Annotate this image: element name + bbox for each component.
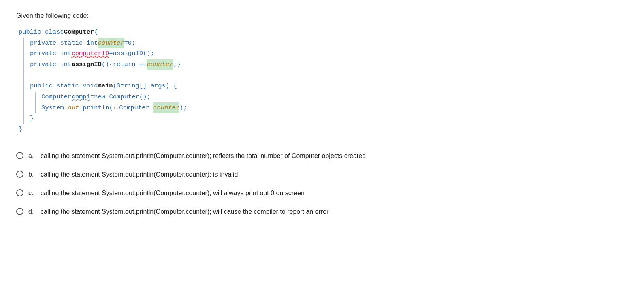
option-c: c. calling the statement System.out.prin… xyxy=(16,188,628,198)
type-computer: Computer xyxy=(41,92,71,102)
option-d: d. calling the statement System.out.prin… xyxy=(16,207,628,217)
method-main: main xyxy=(98,81,113,92)
var-counter-3: counter xyxy=(153,102,179,113)
label-c: c. xyxy=(28,188,36,198)
open-brace-1: { xyxy=(94,27,98,38)
close-paren-stmt: ); xyxy=(179,102,187,113)
assign-method: =assignID(); xyxy=(109,48,154,59)
code-line-5 xyxy=(30,70,628,81)
code-line-10: } xyxy=(19,124,628,135)
text-c: calling the statement System.out.println… xyxy=(41,188,628,198)
var-comp1: comp1 xyxy=(71,92,90,102)
code-line-6: public static void main(String[] args) { xyxy=(30,81,628,92)
text-b: calling the statement System.out.println… xyxy=(41,170,628,179)
method-body-end: ;} xyxy=(173,59,181,70)
method-body-start: (){return ++ xyxy=(102,59,147,70)
kw-public: public class xyxy=(19,27,64,38)
out-italic: out xyxy=(68,102,79,113)
kw-private-int-2: private int xyxy=(30,59,71,70)
var-counter-2: counter xyxy=(147,59,173,70)
method-assignID: assignID xyxy=(71,59,101,70)
main-body: Computer comp1=new Computer(); System.ou… xyxy=(35,92,628,113)
var-counter-1: counter xyxy=(98,38,124,49)
system-out: System. xyxy=(41,102,68,113)
class-name: Computer xyxy=(64,27,94,38)
code-block: public class Computer { private static i… xyxy=(16,27,628,135)
option-a: a. calling the statement System.out.prin… xyxy=(16,151,628,161)
radio-b[interactable] xyxy=(16,171,23,178)
close-main: } xyxy=(30,113,34,124)
label-d: d. xyxy=(28,207,36,217)
option-b: b. calling the statement System.out.prin… xyxy=(16,170,628,179)
radio-a[interactable] xyxy=(16,152,23,159)
text-a: calling the statement System.out.println… xyxy=(41,151,628,161)
code-line-2: private static int counter=0; xyxy=(30,38,628,49)
var-computerID: computerID xyxy=(71,48,109,59)
code-line-9: } xyxy=(30,113,628,124)
label-b: b. xyxy=(28,170,36,179)
question-intro: Given the following code: xyxy=(16,12,628,19)
kw-private-int-1: private int xyxy=(30,48,71,59)
radio-d[interactable] xyxy=(16,208,23,215)
close-class: } xyxy=(19,124,22,135)
assign-0: =0; xyxy=(124,38,136,49)
main-params: (String[] args) { xyxy=(113,81,177,92)
param-x: x: xyxy=(113,104,119,113)
code-line-8: System.out.println(x: Computer.counter); xyxy=(41,102,628,113)
code-line-3: private int computerID=assignID(); xyxy=(30,48,628,59)
options-list: a. calling the statement System.out.prin… xyxy=(16,151,628,217)
new-computer: =new Computer(); xyxy=(90,92,151,102)
println-dot: .println( xyxy=(79,102,113,113)
code-line-1: public class Computer { xyxy=(19,27,628,38)
code-line-4: private int assignID(){return ++counter;… xyxy=(30,59,628,70)
class-body: private static int counter=0; private in… xyxy=(23,38,628,124)
code-line-7: Computer comp1=new Computer(); xyxy=(41,92,628,102)
computer-dot: Computer. xyxy=(119,102,153,113)
radio-c[interactable] xyxy=(16,189,23,196)
kw-public-static-void: public static void xyxy=(30,81,98,92)
text-d: calling the statement System.out.println… xyxy=(41,207,628,217)
label-a: a. xyxy=(28,151,36,161)
kw-private-static-int: private static int xyxy=(30,38,98,49)
